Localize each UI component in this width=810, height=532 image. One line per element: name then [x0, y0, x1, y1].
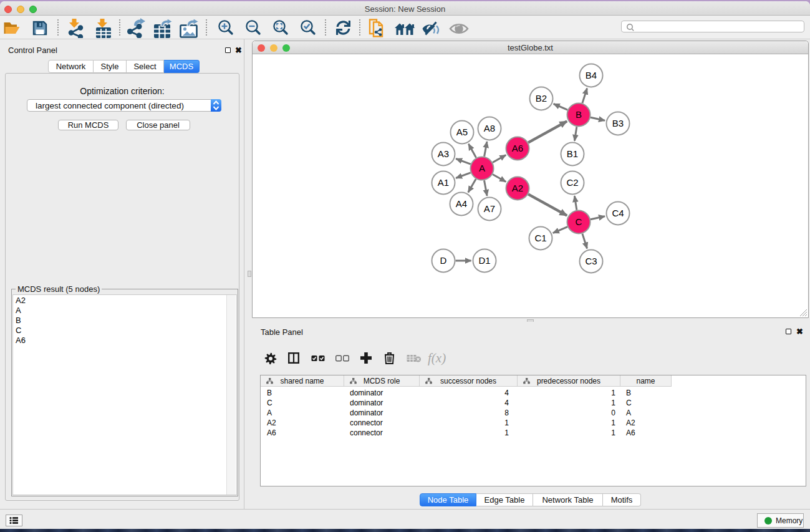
svg-text:A3: A3: [438, 148, 449, 159]
svg-text:A6: A6: [512, 143, 523, 153]
svg-text:C2: C2: [566, 177, 578, 188]
svg-text:B1: B1: [567, 148, 578, 159]
svg-text:D: D: [440, 255, 447, 266]
svg-text:D1: D1: [478, 255, 490, 266]
svg-text:B: B: [576, 109, 582, 120]
svg-text:A8: A8: [484, 123, 495, 133]
svg-text:C: C: [576, 216, 582, 227]
svg-text:B3: B3: [612, 118, 624, 128]
svg-text:C1: C1: [534, 233, 546, 243]
svg-text:A7: A7: [484, 203, 495, 214]
svg-text:A1: A1: [438, 177, 449, 188]
svg-text:A: A: [479, 163, 485, 173]
svg-text:C3: C3: [585, 256, 597, 266]
svg-text:A4: A4: [456, 198, 467, 209]
svg-text:B2: B2: [536, 93, 547, 104]
svg-text:A5: A5: [456, 127, 468, 137]
svg-text:A2: A2: [512, 183, 523, 193]
svg-text:B4: B4: [586, 70, 597, 80]
svg-text:C4: C4: [612, 208, 624, 218]
